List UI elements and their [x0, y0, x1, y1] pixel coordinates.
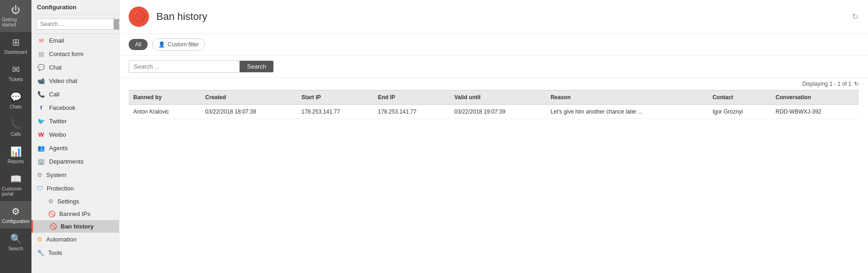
ban-history-table: Banned by Created Start IP End IP Valid …	[129, 90, 859, 119]
pagination-info: Displaying 1 - 1 of 1 ↻	[119, 78, 868, 90]
sidebar-item-call[interactable]: 📞 Call	[31, 88, 119, 101]
nav-search[interactable]: 🔍 Search	[0, 229, 31, 256]
settings-sub-icon: ⚙	[48, 198, 54, 205]
col-end-ip: End IP	[373, 90, 450, 105]
nav-customer-portal-label: Customer portal	[2, 186, 30, 197]
video-chat-icon: 📹	[37, 77, 45, 84]
sidebar-item-email[interactable]: ✉ Email	[31, 34, 119, 47]
page-logo: 🚫	[129, 6, 149, 27]
contact-form-icon: ▤	[37, 51, 45, 57]
sidebar: Configuration 🔍 ✉ Email ▤ Contact form 💬…	[31, 0, 119, 273]
call-icon: 📞	[37, 91, 45, 98]
dashboard-icon: ⊞	[12, 37, 20, 48]
sidebar-item-agents[interactable]: 👥 Agents	[31, 141, 119, 155]
col-conversation: Conversation	[771, 90, 859, 105]
sidebar-item-weibo-label: Weibo	[49, 131, 66, 138]
cell-contact: Igor Groznyi	[708, 105, 771, 119]
protection-icon: 🛡	[37, 185, 43, 192]
customer-portal-icon: 📖	[10, 173, 22, 184]
banned-ips-icon: 🚫	[48, 210, 56, 217]
custom-filter-label: Custom filter	[167, 41, 198, 48]
nav-reports-label: Reports	[7, 159, 24, 164]
automation-icon: ⚙	[37, 236, 43, 243]
sidebar-subitem-banned-ips[interactable]: 🚫 Banned IPs	[31, 208, 119, 220]
sidebar-item-protection[interactable]: 🛡 Protection	[31, 182, 119, 195]
sidebar-item-chat-label: Chat	[49, 64, 62, 71]
cell-end-ip: 178.253.141.77	[373, 105, 450, 119]
sidebar-subitem-ban-history[interactable]: 🚫 Ban history	[31, 220, 119, 233]
custom-filter-icon: 👤	[158, 41, 165, 48]
tools-icon: 🔧	[37, 249, 44, 256]
sidebar-menu: ✉ Email ▤ Contact form 💬 Chat 📹 Video ch…	[31, 34, 119, 273]
reports-icon: 📊	[10, 146, 22, 157]
sidebar-item-facebook-label: Facebook	[49, 104, 75, 111]
sidebar-item-video-chat[interactable]: 📹 Video chat	[31, 74, 119, 88]
all-filter-button[interactable]: All	[129, 39, 148, 50]
nav-configuration[interactable]: ⚙ Configuration	[0, 201, 31, 229]
sidebar-item-call-label: Call	[49, 91, 59, 98]
sidebar-item-tools[interactable]: 🔧 Tools	[31, 246, 119, 260]
nav-search-label: Search	[8, 246, 23, 251]
nav-chats-label: Chats	[10, 104, 22, 109]
col-created: Created	[201, 90, 297, 105]
sidebar-subitem-ban-history-label: Ban history	[61, 223, 94, 230]
nav-reports[interactable]: 📊 Reports	[0, 141, 31, 169]
nav-calls-label: Calls	[11, 132, 21, 137]
sidebar-item-contact-form[interactable]: ▤ Contact form	[31, 47, 119, 61]
nav-dashboard[interactable]: ⊞ Dashboard	[0, 32, 31, 59]
ban-history-icon: 🚫	[50, 223, 57, 230]
sidebar-subitem-settings-label: Settings	[57, 198, 79, 205]
sidebar-subitem-settings[interactable]: ⚙ Settings	[31, 195, 119, 208]
sidebar-item-email-label: Email	[49, 37, 64, 44]
facebook-icon: f	[37, 104, 45, 111]
sidebar-item-departments-label: Departments	[49, 158, 83, 165]
nav-getting-started-label: Getting started	[2, 17, 30, 27]
sidebar-item-departments[interactable]: 🏢 Departments	[31, 155, 119, 168]
sidebar-item-chat[interactable]: 💬 Chat	[31, 61, 119, 74]
sidebar-item-automation-label: Automation	[46, 236, 77, 243]
pagination-text: Displaying 1 - 1 of 1	[802, 81, 851, 87]
col-valid-until: Valid until	[450, 90, 546, 105]
search-bar: Search	[119, 56, 868, 78]
sidebar-item-system-label: System	[46, 171, 66, 178]
search-button[interactable]: Search	[240, 61, 273, 72]
nav-customer-portal[interactable]: 📖 Customer portal	[0, 169, 31, 201]
chat-icon: 💬	[37, 64, 45, 71]
configuration-icon: ⚙	[12, 206, 20, 217]
pagination-refresh-icon[interactable]: ↻	[854, 81, 859, 87]
page-header: 🚫 Ban history ↻	[119, 0, 868, 34]
nav-dashboard-label: Dashboard	[5, 50, 27, 55]
weibo-icon: W	[37, 131, 45, 138]
nav-chats[interactable]: 💬 Chats	[0, 87, 31, 114]
cell-reason: Let's give him another chance later ...	[546, 105, 708, 119]
chats-icon: 💬	[10, 91, 22, 102]
col-reason: Reason	[546, 90, 708, 105]
cell-banned-by: Anton Kralovic	[129, 105, 201, 119]
tickets-icon: ✉	[12, 64, 20, 75]
cell-valid-until: 03/22/2018 19:07:39	[450, 105, 546, 119]
left-navigation: ⏻ Getting started ⊞ Dashboard ✉ Tickets …	[0, 0, 31, 273]
twitter-icon: 🐦	[37, 118, 45, 125]
cell-start-ip: 178.253.141.77	[297, 105, 373, 119]
col-banned-by: Banned by	[129, 90, 201, 105]
refresh-icon[interactable]: ↻	[852, 12, 859, 22]
sidebar-search-input[interactable]	[36, 19, 114, 30]
custom-filter-button[interactable]: 👤 Custom filter	[152, 38, 205, 51]
nav-calls[interactable]: 📞 Calls	[0, 114, 31, 141]
email-icon: ✉	[37, 37, 45, 44]
nav-tickets[interactable]: ✉ Tickets	[0, 59, 31, 87]
nav-getting-started[interactable]: ⏻ Getting started	[0, 0, 31, 32]
nav-tickets-label: Tickets	[8, 77, 23, 82]
sidebar-item-facebook[interactable]: f Facebook	[31, 101, 119, 114]
sidebar-item-protection-label: Protection	[47, 185, 74, 192]
sidebar-item-automation[interactable]: ⚙ Automation	[31, 233, 119, 246]
sidebar-subitem-banned-ips-label: Banned IPs	[59, 210, 90, 217]
agents-icon: 👥	[37, 145, 45, 152]
table-row[interactable]: Anton Kralovic 03/22/2018 18:07:38 178.2…	[129, 105, 859, 119]
sidebar-item-system[interactable]: ⚙ System	[31, 168, 119, 182]
search-input[interactable]	[129, 60, 240, 73]
nav-configuration-label: Configuration	[2, 219, 29, 224]
sidebar-item-weibo[interactable]: W Weibo	[31, 128, 119, 141]
sidebar-item-twitter[interactable]: 🐦 Twitter	[31, 114, 119, 128]
sidebar-title: Configuration	[31, 0, 119, 15]
